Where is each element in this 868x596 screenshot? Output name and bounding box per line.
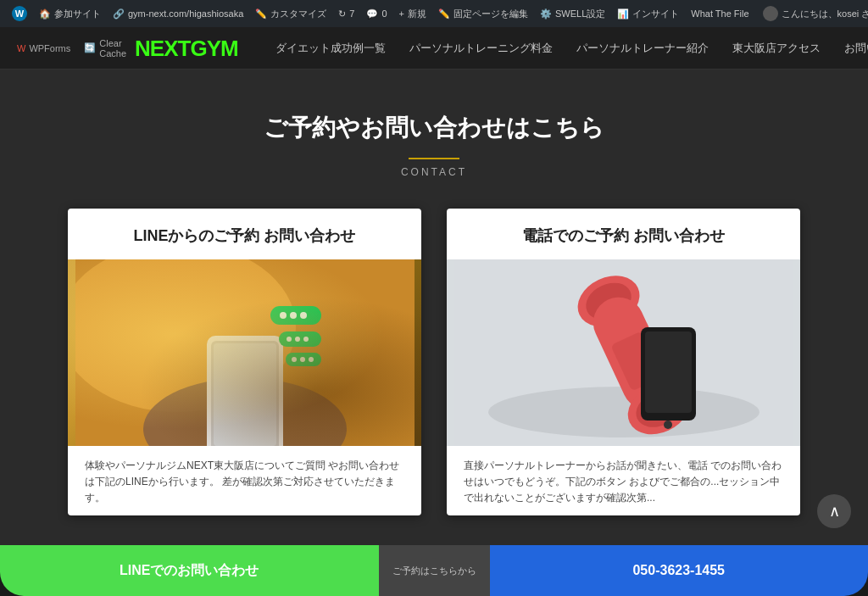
svg-point-20 [488, 387, 760, 437]
clear-cache-link[interactable]: 🔄 Clear Cache [84, 38, 126, 58]
admin-bar-customize[interactable]: ✏️ カスタマイズ [250, 0, 331, 27]
svg-rect-28 [645, 331, 692, 413]
page-title: ご予約やお問い合わせはこちら [68, 112, 800, 144]
wpforms-link[interactable]: W WPForms [17, 38, 70, 58]
swell-icon: ⚙️ [540, 8, 552, 19]
nav-access[interactable]: 東大阪店アクセス [721, 27, 832, 70]
new-icon: + [399, 8, 404, 19]
line-contact-button[interactable]: LINEでのお問い合わせ [0, 545, 379, 596]
section-subtitle: CONTACT [401, 166, 467, 178]
nav-trainers[interactable]: パーソナルトレーナー紹介 [565, 27, 721, 70]
svg-point-16 [292, 357, 297, 362]
svg-point-8 [280, 312, 287, 319]
clear-cache-icon: 🔄 [84, 42, 96, 53]
line-card-title: LINEからのご予約 お問い合わせ [68, 209, 421, 259]
phone-card-image [447, 259, 800, 446]
svg-point-17 [300, 357, 305, 362]
svg-point-14 [303, 337, 309, 342]
svg-rect-7 [270, 306, 321, 325]
svg-point-2 [143, 378, 347, 446]
svg-point-18 [309, 357, 314, 362]
customize-icon: ✏️ [255, 8, 267, 19]
admin-bar-greeting: こんにちは、kosei さん [758, 0, 868, 27]
svg-rect-11 [279, 331, 321, 347]
main-nav: ダイエット成功例一覧 パーソナルトレーニング料金 パーソナルトレーナー紹介 東大… [264, 27, 868, 70]
svg-rect-15 [286, 353, 321, 366]
page-content: ご予約やお問い合わせはこちら CONTACT LINEからのご予約 お問い合わせ [0, 70, 868, 572]
comments-icon: 💬 [366, 8, 378, 19]
svg-rect-4 [211, 341, 279, 446]
section-divider [409, 158, 459, 159]
home-icon: 🏠 [39, 8, 51, 19]
admin-bar-right: What The File こんにちは、kosei さん 🔍 [686, 0, 868, 27]
user-avatar [763, 6, 778, 21]
svg-rect-3 [207, 336, 283, 446]
nav-diet[interactable]: ダイエット成功例一覧 [264, 27, 398, 70]
admin-bar-comments[interactable]: 💬 0 [361, 0, 392, 27]
admin-bar-updates[interactable]: ↻ 7 [333, 0, 359, 27]
site-header: W WPForms 🔄 Clear Cache NEXTGYM ダイエット成功例… [0, 27, 868, 70]
svg-point-12 [287, 337, 292, 342]
admin-bar-site-link[interactable]: 🏠 参加サイト [34, 0, 106, 27]
scroll-top-icon: ∧ [829, 502, 840, 521]
svg-point-1 [75, 259, 296, 412]
updates-icon: ↻ [338, 8, 346, 19]
what-the-file-button[interactable]: What The File [686, 0, 754, 27]
wp-logo-button[interactable]: W [7, 0, 32, 27]
sticky-bottom-bar: LINEでのお問い合わせ ご予約はこちらから 050-3623-1455 [0, 545, 868, 596]
logo-text: NEXTGYM [135, 37, 238, 59]
svg-rect-5 [214, 343, 276, 446]
svg-point-13 [295, 337, 300, 342]
phone-contact-button[interactable]: 050-3623-1455 [490, 545, 869, 596]
wp-admin-bar: W 🏠 参加サイト 🔗 gym-next.com/higashiosaka ✏️… [0, 0, 868, 27]
phone-contact-card: 電話でのご予約 お問い合わせ [447, 209, 800, 515]
cards-row: LINEからのご予約 お問い合わせ [68, 209, 800, 515]
svg-point-10 [300, 312, 307, 319]
reservation-center-label: ご予約はこちらから [379, 545, 490, 596]
wordpress-icon: W [12, 6, 27, 21]
admin-bar-new[interactable]: + 新規 [394, 0, 431, 27]
wpforms-icon: W [17, 43, 25, 53]
what-the-file-label: What The File [691, 8, 748, 19]
line-card-text: 体験やパーソナルジムNEXT東大阪店についてご質問 やお問い合わせは下記のLIN… [68, 446, 421, 515]
admin-bar-swell[interactable]: ⚙️ SWELL設定 [535, 0, 610, 27]
line-contact-card: LINEからのご予約 お問い合わせ [68, 209, 421, 515]
insights-icon: 📊 [617, 8, 629, 19]
line-image-svg [75, 259, 415, 446]
admin-bar-site-url[interactable]: 🔗 gym-next.com/higashiosaka [108, 0, 248, 27]
admin-bar-edit-page[interactable]: ✏️ 固定ページを編集 [433, 0, 533, 27]
svg-point-9 [290, 312, 297, 319]
nav-contact[interactable]: お問い合わせ [832, 27, 868, 70]
edit-icon: ✏️ [438, 8, 450, 19]
phone-image-svg [454, 259, 793, 446]
link-icon: 🔗 [113, 8, 125, 19]
nav-pricing[interactable]: パーソナルトレーニング料金 [398, 27, 565, 70]
admin-bar-insights[interactable]: 📊 インサイト [612, 0, 684, 27]
site-logo[interactable]: NEXTGYM [135, 37, 238, 59]
svg-rect-0 [75, 259, 415, 446]
phone-card-title: 電話でのご予約 お問い合わせ [447, 209, 800, 259]
phone-card-text: 直接パーソナルトレーナーからお話が聞きたい、電話 でのお問い合わせはいつでもどう… [447, 446, 800, 515]
line-card-image [68, 259, 421, 446]
section-subtitle-wrap: CONTACT [68, 151, 800, 178]
scroll-top-button[interactable]: ∧ [817, 494, 851, 528]
svg-point-29 [664, 421, 672, 429]
